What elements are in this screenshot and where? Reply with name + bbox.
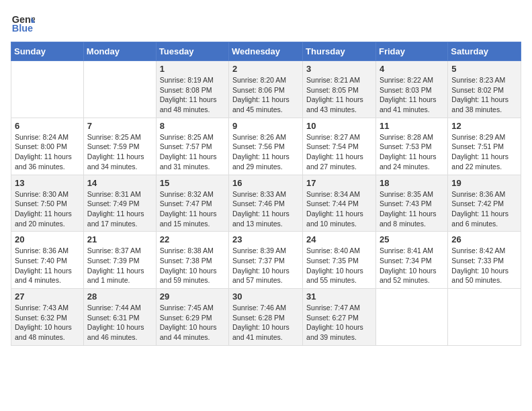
day-info: Sunrise: 8:36 AM Sunset: 7:42 PM Dayligh…	[451, 189, 517, 229]
calendar-cell: 31Sunrise: 7:47 AM Sunset: 6:27 PM Dayli…	[303, 289, 376, 346]
day-info: Sunrise: 8:39 AM Sunset: 7:37 PM Dayligh…	[232, 246, 299, 285]
day-number: 26	[451, 234, 517, 244]
weekday-header: Saturday	[448, 42, 521, 61]
day-number: 20	[15, 234, 80, 244]
calendar-cell: 26Sunrise: 8:42 AM Sunset: 7:33 PM Dayli…	[448, 232, 521, 289]
day-info: Sunrise: 8:25 AM Sunset: 7:57 PM Dayligh…	[160, 132, 225, 172]
day-info: Sunrise: 8:41 AM Sunset: 7:34 PM Dayligh…	[380, 246, 444, 285]
day-number: 17	[306, 178, 372, 188]
day-info: Sunrise: 8:29 AM Sunset: 7:51 PM Dayligh…	[451, 132, 517, 172]
day-info: Sunrise: 8:31 AM Sunset: 7:49 PM Dayligh…	[87, 189, 152, 229]
weekday-header: Sunday	[11, 42, 84, 61]
weekday-header: Tuesday	[156, 42, 228, 61]
day-info: Sunrise: 8:32 AM Sunset: 7:47 PM Dayligh…	[160, 189, 225, 229]
calendar-cell: 24Sunrise: 8:40 AM Sunset: 7:35 PM Dayli…	[303, 232, 376, 289]
day-number: 29	[160, 291, 225, 302]
calendar-cell: 17Sunrise: 8:34 AM Sunset: 7:44 PM Dayli…	[303, 175, 376, 232]
day-number: 9	[232, 121, 299, 131]
calendar-cell: 25Sunrise: 8:41 AM Sunset: 7:34 PM Dayli…	[375, 232, 447, 289]
day-number: 22	[160, 234, 225, 244]
day-number: 8	[160, 121, 225, 131]
weekday-header: Monday	[83, 42, 156, 61]
day-number: 11	[380, 121, 444, 131]
calendar-week-row: 20Sunrise: 8:36 AM Sunset: 7:40 PM Dayli…	[11, 232, 521, 289]
day-number: 15	[160, 178, 225, 188]
calendar-cell: 12Sunrise: 8:29 AM Sunset: 7:51 PM Dayli…	[448, 118, 521, 175]
calendar-cell	[448, 289, 521, 346]
day-info: Sunrise: 8:37 AM Sunset: 7:39 PM Dayligh…	[87, 246, 152, 285]
day-info: Sunrise: 8:40 AM Sunset: 7:35 PM Dayligh…	[306, 246, 372, 285]
day-number: 27	[15, 291, 80, 302]
day-number: 18	[380, 178, 444, 188]
day-info: Sunrise: 8:35 AM Sunset: 7:43 PM Dayligh…	[380, 189, 444, 229]
calendar-cell: 1Sunrise: 8:19 AM Sunset: 8:08 PM Daylig…	[156, 61, 228, 118]
calendar-cell: 19Sunrise: 8:36 AM Sunset: 7:42 PM Dayli…	[448, 175, 521, 232]
weekday-header: Friday	[375, 42, 447, 61]
day-info: Sunrise: 8:21 AM Sunset: 8:05 PM Dayligh…	[306, 75, 372, 115]
calendar-cell: 27Sunrise: 7:43 AM Sunset: 6:32 PM Dayli…	[11, 289, 84, 346]
calendar-cell: 13Sunrise: 8:30 AM Sunset: 7:50 PM Dayli…	[11, 175, 84, 232]
day-number: 28	[87, 291, 152, 302]
day-number: 25	[380, 234, 444, 244]
calendar-cell: 23Sunrise: 8:39 AM Sunset: 7:37 PM Dayli…	[229, 232, 303, 289]
calendar-cell	[375, 289, 447, 346]
day-info: Sunrise: 7:47 AM Sunset: 6:27 PM Dayligh…	[306, 303, 372, 342]
calendar-table: SundayMondayTuesdayWednesdayThursdayFrid…	[11, 42, 521, 346]
calendar-cell: 28Sunrise: 7:44 AM Sunset: 6:31 PM Dayli…	[83, 289, 156, 346]
day-info: Sunrise: 8:30 AM Sunset: 7:50 PM Dayligh…	[15, 189, 80, 229]
calendar-cell: 20Sunrise: 8:36 AM Sunset: 7:40 PM Dayli…	[11, 232, 84, 289]
day-info: Sunrise: 8:28 AM Sunset: 7:53 PM Dayligh…	[380, 132, 444, 172]
svg-text:Blue: Blue	[12, 23, 33, 34]
calendar-cell: 3Sunrise: 8:21 AM Sunset: 8:05 PM Daylig…	[303, 61, 376, 118]
day-info: Sunrise: 7:45 AM Sunset: 6:29 PM Dayligh…	[160, 303, 225, 342]
calendar-cell	[83, 61, 156, 118]
calendar-cell: 22Sunrise: 8:38 AM Sunset: 7:38 PM Dayli…	[156, 232, 228, 289]
calendar-cell	[11, 61, 84, 118]
day-number: 6	[15, 121, 80, 131]
calendar-cell: 7Sunrise: 8:25 AM Sunset: 7:59 PM Daylig…	[83, 118, 156, 175]
day-info: Sunrise: 8:33 AM Sunset: 7:46 PM Dayligh…	[232, 189, 299, 229]
day-number: 23	[232, 234, 299, 244]
day-number: 31	[306, 291, 372, 302]
day-info: Sunrise: 8:27 AM Sunset: 7:54 PM Dayligh…	[306, 132, 372, 172]
calendar-week-row: 13Sunrise: 8:30 AM Sunset: 7:50 PM Dayli…	[11, 175, 521, 232]
calendar-cell: 18Sunrise: 8:35 AM Sunset: 7:43 PM Dayli…	[375, 175, 447, 232]
day-info: Sunrise: 8:23 AM Sunset: 8:02 PM Dayligh…	[451, 75, 517, 115]
day-info: Sunrise: 8:26 AM Sunset: 7:56 PM Dayligh…	[232, 132, 299, 172]
calendar-cell: 2Sunrise: 8:20 AM Sunset: 8:06 PM Daylig…	[229, 61, 303, 118]
day-info: Sunrise: 8:24 AM Sunset: 8:00 PM Dayligh…	[15, 132, 80, 172]
calendar-cell: 10Sunrise: 8:27 AM Sunset: 7:54 PM Dayli…	[303, 118, 376, 175]
calendar-cell: 16Sunrise: 8:33 AM Sunset: 7:46 PM Dayli…	[229, 175, 303, 232]
day-number: 5	[451, 64, 517, 74]
day-number: 30	[232, 291, 299, 302]
day-info: Sunrise: 8:19 AM Sunset: 8:08 PM Dayligh…	[160, 75, 225, 115]
day-info: Sunrise: 7:44 AM Sunset: 6:31 PM Dayligh…	[87, 303, 152, 342]
calendar-cell: 5Sunrise: 8:23 AM Sunset: 8:02 PM Daylig…	[448, 61, 521, 118]
day-number: 2	[232, 64, 299, 74]
calendar-cell: 21Sunrise: 8:37 AM Sunset: 7:39 PM Dayli…	[83, 232, 156, 289]
calendar-cell: 14Sunrise: 8:31 AM Sunset: 7:49 PM Dayli…	[83, 175, 156, 232]
calendar-header-row: SundayMondayTuesdayWednesdayThursdayFrid…	[11, 42, 521, 61]
day-number: 1	[160, 64, 225, 74]
day-number: 7	[87, 121, 152, 131]
day-number: 12	[451, 121, 517, 131]
day-info: Sunrise: 8:36 AM Sunset: 7:40 PM Dayligh…	[15, 246, 80, 285]
day-info: Sunrise: 8:38 AM Sunset: 7:38 PM Dayligh…	[160, 246, 225, 285]
day-number: 19	[451, 178, 517, 188]
day-number: 21	[87, 234, 152, 244]
calendar-week-row: 1Sunrise: 8:19 AM Sunset: 8:08 PM Daylig…	[11, 61, 521, 118]
weekday-header: Wednesday	[229, 42, 303, 61]
calendar-cell: 11Sunrise: 8:28 AM Sunset: 7:53 PM Dayli…	[375, 118, 447, 175]
day-info: Sunrise: 7:43 AM Sunset: 6:32 PM Dayligh…	[15, 303, 80, 342]
day-info: Sunrise: 7:46 AM Sunset: 6:28 PM Dayligh…	[232, 303, 299, 342]
calendar-cell: 9Sunrise: 8:26 AM Sunset: 7:56 PM Daylig…	[229, 118, 303, 175]
calendar-week-row: 6Sunrise: 8:24 AM Sunset: 8:00 PM Daylig…	[11, 118, 521, 175]
day-info: Sunrise: 8:34 AM Sunset: 7:44 PM Dayligh…	[306, 189, 372, 229]
day-number: 16	[232, 178, 299, 188]
calendar-cell: 29Sunrise: 7:45 AM Sunset: 6:29 PM Dayli…	[156, 289, 228, 346]
weekday-header: Thursday	[303, 42, 376, 61]
page-header: General Blue	[11, 11, 521, 35]
calendar-cell: 8Sunrise: 8:25 AM Sunset: 7:57 PM Daylig…	[156, 118, 228, 175]
logo: General Blue	[11, 11, 40, 35]
day-number: 10	[306, 121, 372, 131]
